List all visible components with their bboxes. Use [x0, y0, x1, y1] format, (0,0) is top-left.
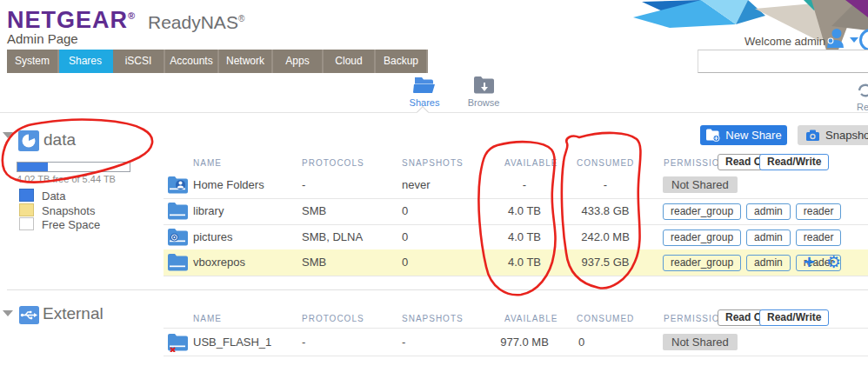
- folder-icon: [167, 202, 188, 220]
- legend-freespace: Free Space: [19, 216, 100, 232]
- page-title: Admin Page: [7, 31, 78, 46]
- folder-dlna-icon: [167, 228, 188, 246]
- ext-col-header-name: NAME: [193, 314, 222, 323]
- subnav-divider: [0, 112, 868, 113]
- new-share-label: New Share: [725, 129, 781, 142]
- tab-apps[interactable]: Apps: [273, 50, 324, 73]
- legend-data-label: Data: [42, 190, 65, 203]
- external-section-name[interactable]: External: [43, 304, 103, 323]
- share-row-library[interactable]: library SMB 0 4.0 TB 433.8 GB reader_gro…: [164, 198, 868, 225]
- volume-usage-bar: [17, 162, 130, 172]
- snapshot-button[interactable]: Snapshot: [798, 125, 868, 145]
- tab-network[interactable]: Network: [219, 50, 273, 73]
- share-consumed: -: [578, 172, 632, 198]
- perm-chip-reader-group[interactable]: reader_group: [663, 229, 741, 246]
- share-protocols: SMB: [302, 198, 326, 224]
- not-shared-badge: Not Shared: [663, 176, 738, 193]
- share-snapshots: 0: [402, 224, 408, 250]
- share-row-home-folders[interactable]: Home Folders - never - - Not Shared: [164, 172, 868, 199]
- refresh-label: Re: [857, 102, 868, 112]
- share-protocols: SMB, DLNA: [302, 224, 363, 250]
- new-share-button[interactable]: New Share: [700, 125, 787, 145]
- product-name: ReadyNAS®: [148, 12, 244, 33]
- share-name: Home Folders: [193, 172, 264, 198]
- subnav-shares-label: Shares: [394, 97, 455, 108]
- share-protocols: -: [302, 172, 305, 198]
- perm-chip-reader[interactable]: reader: [796, 203, 842, 220]
- share-name: library: [193, 198, 224, 224]
- share-available: 4.0 TB: [498, 198, 551, 224]
- share-settings-gear-icon[interactable]: ⚙: [826, 249, 841, 276]
- ext-col-header-available: AVAILABLE: [504, 314, 558, 323]
- share-snapshots: 0: [402, 198, 408, 224]
- share-available: 4.0 TB: [498, 249, 551, 276]
- tab-system[interactable]: System: [7, 50, 59, 73]
- col-header-consumed: CONSUMED: [577, 158, 634, 168]
- share-name: USB_FLASH_1: [193, 329, 271, 356]
- netgear-logo: NETGEAR®: [7, 7, 136, 34]
- share-consumed: 433.8 GB: [578, 198, 632, 224]
- add-permission-icon[interactable]: +: [804, 249, 815, 276]
- external-section-divider: [7, 289, 868, 290]
- share-snapshots: never: [402, 172, 431, 198]
- perm-chip-admin[interactable]: admin: [746, 203, 791, 220]
- ext-col-header-snapshots: SNAPSHOTS: [402, 314, 464, 323]
- user-menu-caret-icon[interactable]: [850, 37, 858, 43]
- subnav-browse-label: Browse: [453, 97, 514, 108]
- legend-snapshots-swatch: [19, 203, 34, 216]
- subnav-browse[interactable]: Browse: [453, 76, 514, 108]
- volume-name[interactable]: data: [43, 130, 76, 150]
- snapshot-camera-icon: [805, 130, 820, 142]
- product-reg-mark: ®: [238, 14, 244, 23]
- share-consumed: 0: [578, 329, 584, 356]
- main-nav: System Shares iSCSI Accounts Network App…: [7, 50, 428, 73]
- ext-read-write-button[interactable]: Read/Write: [759, 309, 829, 326]
- share-available: -: [498, 172, 551, 198]
- external-collapse-caret[interactable]: [3, 310, 13, 316]
- read-write-button[interactable]: Read/Write: [759, 154, 829, 170]
- volume-usage-caption: 4.02 TB free of 5.44 TB: [17, 174, 116, 184]
- share-name: pictures: [193, 224, 233, 250]
- user-icon[interactable]: [824, 28, 846, 49]
- col-header-protocols: PROTOCOLS: [302, 158, 364, 168]
- perm-chip-reader-group[interactable]: reader_group: [663, 255, 741, 271]
- volume-pie-icon: [18, 130, 39, 151]
- share-available: 4.0 TB: [498, 224, 551, 250]
- volume-collapse-caret[interactable]: [3, 132, 13, 138]
- col-header-name: NAME: [193, 158, 222, 168]
- home-folders-icon: [167, 176, 188, 194]
- active-subnav-notch: [417, 106, 429, 118]
- ext-col-header-consumed: CONSUMED: [577, 314, 634, 323]
- share-protocols: -: [302, 329, 305, 356]
- tab-cloud[interactable]: Cloud: [324, 50, 376, 73]
- welcome-text: Welcome admin: [744, 35, 825, 48]
- subnav-shares[interactable]: Shares: [394, 76, 455, 108]
- share-row-vboxrepos[interactable]: vboxrepos SMB 0 4.0 TB 937.5 GB reader_g…: [164, 249, 868, 276]
- tab-shares[interactable]: Shares: [59, 50, 113, 73]
- share-name: vboxrepos: [193, 249, 245, 276]
- perm-chip-reader-group[interactable]: reader_group: [663, 203, 741, 220]
- tab-backup[interactable]: Backup: [376, 50, 428, 73]
- legend-freespace-label: Free Space: [42, 218, 100, 231]
- browse-folder-icon: [472, 76, 495, 94]
- external-row-usb-flash-1[interactable]: USB_FLASH_1 - - 977.0 MB 0 Not Shared: [164, 328, 868, 356]
- volume-usage-fill: [17, 163, 48, 171]
- perm-chip-admin[interactable]: admin: [746, 255, 791, 271]
- share-available: 977.0 MB: [498, 329, 551, 356]
- legend-data: Data: [19, 188, 65, 203]
- share-protocols: SMB: [302, 249, 326, 276]
- col-header-snapshots: SNAPSHOTS: [402, 158, 464, 168]
- col-header-available: AVAILABLE: [504, 158, 558, 168]
- perm-chip-reader[interactable]: reader: [796, 229, 842, 246]
- tab-iscsi[interactable]: iSCSI: [113, 50, 165, 73]
- tab-accounts[interactable]: Accounts: [165, 50, 219, 73]
- share-snapshots: -: [402, 329, 405, 356]
- share-row-pictures[interactable]: pictures SMB, DLNA 0 4.0 TB 242.0 MB rea…: [164, 224, 868, 250]
- perm-chip-admin[interactable]: admin: [746, 229, 791, 246]
- external-usb-icon: [19, 306, 39, 324]
- usb-folder-error-icon: [167, 333, 188, 352]
- refresh-icon: [857, 83, 868, 98]
- share-consumed: 937.5 GB: [578, 249, 632, 276]
- new-share-folder-icon: [705, 129, 720, 142]
- subnav-refresh-partial[interactable]: Re: [857, 83, 868, 112]
